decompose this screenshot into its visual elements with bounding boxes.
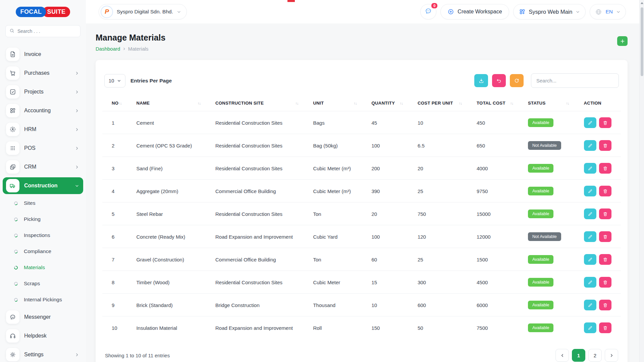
sidebar-item-label: CRM: [24, 164, 70, 170]
column-header-quantity[interactable]: QUANTITY↑↓: [368, 97, 414, 111]
edit-button[interactable]: [584, 117, 596, 128]
pagination-page-button-1[interactable]: 1: [572, 349, 585, 362]
sidebar-item-accounting[interactable]: Accounting: [3, 102, 83, 119]
cell-cost-per-unit: 600: [414, 294, 473, 316]
pagination-next-button[interactable]: [605, 349, 618, 362]
chat-button[interactable]: 0: [420, 4, 436, 19]
cell-status: Available: [525, 202, 581, 225]
sidebar-item-projects[interactable]: Projects: [3, 83, 83, 100]
cell-total-cost: 15000: [473, 202, 525, 225]
export-download-button[interactable]: [474, 74, 488, 87]
column-header-construction-site[interactable]: CONSTRUCTION SITE↑↓: [212, 97, 310, 111]
sidebar-search: [5, 25, 80, 37]
sidebar-item-settings[interactable]: Settings: [3, 346, 83, 362]
breadcrumb-dashboard-link[interactable]: Dashboard: [96, 46, 120, 52]
sort-arrows-icon[interactable]: ↑↓: [566, 101, 569, 105]
sort-arrows-icon[interactable]: ↑↓: [510, 101, 513, 105]
edit-button[interactable]: [584, 300, 596, 310]
window-scrollbar[interactable]: [639, 0, 644, 362]
sidebar-item-pos[interactable]: POS: [3, 140, 83, 157]
delete-button[interactable]: [599, 208, 611, 219]
edit-button[interactable]: [584, 277, 596, 288]
delete-button[interactable]: [599, 254, 611, 265]
column-header-action: ACTION: [581, 97, 621, 111]
column-header-cost-per-unit[interactable]: COST PER UNIT↑↓: [414, 97, 473, 111]
topbar: P Syspro Digital Sdn. Bhd. 0 Create Work…: [86, 0, 639, 23]
entries-per-page-select[interactable]: 10: [104, 74, 125, 87]
delete-button[interactable]: [599, 322, 611, 333]
table-row: 10Insulation MaterialRoad Expansion and …: [102, 316, 621, 339]
edit-button[interactable]: [584, 140, 596, 151]
cell-name: Timber (Wood): [133, 271, 212, 294]
sidebar-subitem-materials[interactable]: Materials: [3, 260, 83, 275]
sort-arrows-icon[interactable]: ↑↓: [459, 101, 462, 105]
sort-arrows-icon[interactable]: ↑↓: [198, 101, 201, 105]
sidebar-subitem-picking[interactable]: Picking: [3, 212, 83, 226]
table-row: 2Cement (OPC 53 Grade)Residential Constr…: [102, 134, 621, 157]
sidebar-subitem-internal-pickings[interactable]: Internal Pickings: [3, 293, 83, 307]
sidebar-item-purchases[interactable]: Purchases: [3, 65, 83, 81]
edit-button[interactable]: [584, 231, 596, 242]
showing-entries-text: Showing 1 to 10 of 11 entries: [105, 353, 170, 358]
edit-button[interactable]: [584, 186, 596, 196]
sidebar-item-hrm[interactable]: HRM: [3, 121, 83, 138]
workspace-selector[interactable]: P Syspro Digital Sdn. Bhd.: [99, 4, 187, 19]
delete-button[interactable]: [599, 186, 611, 196]
cell-status: Available: [525, 294, 581, 316]
cell-unit: Cubic Meter: [310, 271, 368, 294]
sidebar-subitem-sites[interactable]: Sites: [3, 196, 83, 210]
column-header-unit[interactable]: UNIT↑↓: [310, 97, 368, 111]
edit-button[interactable]: [584, 208, 596, 219]
column-header-total-cost[interactable]: TOTAL COST↑↓: [473, 97, 525, 111]
edit-button[interactable]: [584, 322, 596, 333]
chevron-down-icon: [75, 184, 79, 188]
delete-button[interactable]: [599, 277, 611, 288]
sidebar-subitem-compliance[interactable]: Compliance: [3, 244, 83, 258]
sort-arrows-icon[interactable]: ↑↓: [400, 101, 403, 105]
materials-table: NO↑↓NAME↑↓CONSTRUCTION SITE↑↓UNIT↑↓QUANT…: [102, 97, 621, 339]
edit-button[interactable]: [584, 254, 596, 265]
delete-button[interactable]: [599, 140, 611, 151]
sidebar-subitem-scraps[interactable]: Scraps: [3, 277, 83, 291]
delete-button[interactable]: [599, 163, 611, 174]
table-search-input[interactable]: [531, 73, 619, 88]
refresh-button[interactable]: [510, 74, 524, 87]
delete-button[interactable]: [599, 117, 611, 128]
undo-button[interactable]: [492, 74, 506, 87]
create-workspace-button[interactable]: Create Workspace: [440, 4, 509, 19]
column-header-no[interactable]: NO↑↓: [102, 97, 133, 111]
language-selector[interactable]: EN: [590, 4, 626, 19]
status-badge: Available: [528, 187, 554, 195]
delete-button[interactable]: [599, 300, 611, 310]
sidebar-subitem-inspections[interactable]: Inspections: [3, 228, 83, 242]
workspace-menu-button[interactable]: Syspro Web Main: [513, 4, 586, 19]
column-header-name[interactable]: NAME↑↓: [133, 97, 212, 111]
pagination-page-button-2[interactable]: 2: [588, 349, 602, 362]
sort-arrows-icon[interactable]: ↑↓: [118, 101, 121, 105]
cell-cost-per-unit: 50: [414, 316, 473, 339]
scrollbar-up-arrow-icon[interactable]: [641, 2, 643, 4]
cell-unit: Thousand: [310, 294, 368, 316]
sidebar-item-crm[interactable]: CRM: [3, 159, 83, 175]
sidebar-item-helpdesk[interactable]: Helpdesk: [3, 327, 83, 344]
scrollbar-thumb[interactable]: [641, 7, 643, 76]
cell-total-cost: 6000: [473, 294, 525, 316]
edit-button[interactable]: [584, 163, 596, 174]
pagination-prev-button[interactable]: [555, 349, 569, 362]
cell-unit: Cubic Meter (m³): [310, 180, 368, 202]
column-header-status[interactable]: STATUS↑↓: [525, 97, 581, 111]
cell-action: [581, 271, 621, 294]
sidebar-search-input[interactable]: [17, 28, 76, 34]
sidebar-item-construction[interactable]: Construction: [3, 177, 83, 194]
chevron-right-icon: [75, 146, 79, 150]
chevron-right-icon: [609, 353, 614, 358]
sort-arrows-icon[interactable]: ↑↓: [354, 101, 357, 105]
sidebar-subitem-label: Internal Pickings: [24, 297, 62, 303]
add-material-button[interactable]: [617, 36, 628, 46]
sort-arrows-icon[interactable]: ↑↓: [295, 101, 298, 105]
sidebar-item-invoice[interactable]: Invoice: [3, 46, 83, 63]
delete-button[interactable]: [599, 231, 611, 242]
ring-icon: [13, 249, 18, 254]
sidebar-item-messenger[interactable]: Messenger: [3, 309, 83, 325]
pagination: 12: [555, 349, 618, 362]
